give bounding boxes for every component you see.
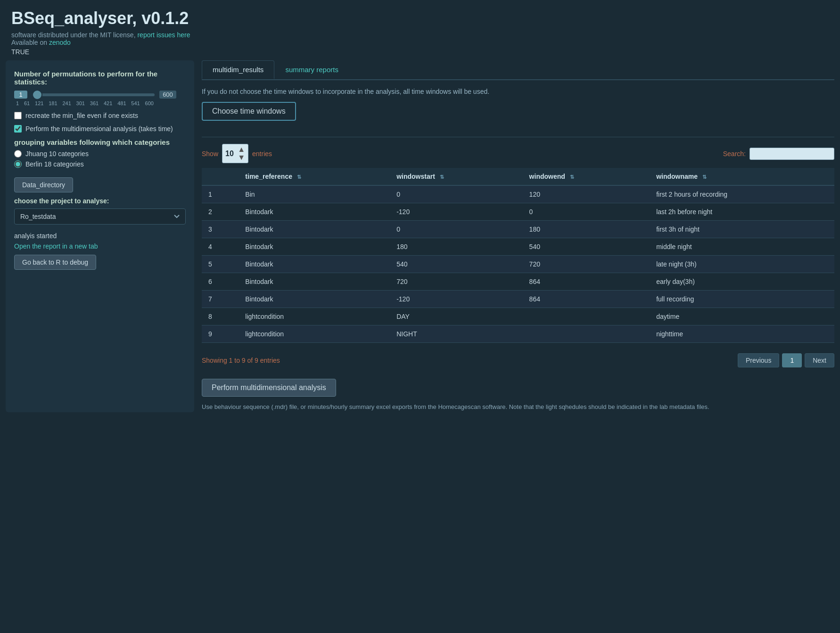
perform-analysis-button[interactable]: Perform multidimensional analysis	[202, 379, 336, 397]
sort-icon-windowend: ⇅	[570, 174, 574, 180]
cell-windowstart: 0	[390, 221, 522, 238]
previous-button[interactable]: Previous	[738, 353, 779, 367]
cell-windowstart: NIGHT	[390, 325, 522, 343]
cell-windowname: first 3h of night	[650, 221, 834, 238]
col-windowstart[interactable]: windowstart ⇅	[390, 168, 522, 185]
data-table: time_reference ⇅ windowstart ⇅ windowend…	[202, 168, 834, 343]
entries-value: 10	[225, 150, 234, 158]
radio-row-berlin: Berlin 18 categories	[14, 160, 186, 168]
entries-down-arrow[interactable]: ▼	[238, 154, 245, 161]
cell-time-reference: lightcondition	[239, 325, 390, 343]
tab-multidim-results[interactable]: multidim_results	[202, 60, 274, 79]
jhuang-label: Jhuang 10 categories	[25, 150, 89, 158]
table-row: 7 Bintodark -120 864 full recording	[202, 291, 834, 308]
recreate-checkbox[interactable]	[14, 112, 22, 119]
cell-rownum: 1	[202, 185, 239, 203]
status-true: TRUE	[11, 48, 829, 56]
choose-time-windows-button[interactable]: Choose time windows	[202, 102, 296, 121]
table-row: 1 Bin 0 120 first 2 hours of recording	[202, 185, 834, 203]
table-row: 2 Bintodark -120 0 last 2h before night	[202, 203, 834, 221]
cell-windowend: 120	[523, 185, 650, 203]
entries-spinner[interactable]: 10 ▲ ▼	[222, 144, 248, 163]
perform-multidim-label: Perform the multidimensional analysis (t…	[25, 125, 173, 133]
right-panel: multidim_results summary reports If you …	[202, 60, 834, 412]
main-layout: Number of permutations to perform for th…	[0, 60, 840, 412]
cell-windowstart: DAY	[390, 308, 522, 325]
open-report-link[interactable]: Open the report in a new tab	[14, 242, 186, 250]
divider	[202, 137, 834, 137]
cell-windowname: last 2h before night	[650, 203, 834, 221]
pagination-controls: Previous 1 Next	[738, 353, 834, 367]
cell-windowend	[523, 325, 650, 343]
perform-multidim-checkbox[interactable]	[14, 125, 22, 133]
debug-button[interactable]: Go back to R to debug	[14, 255, 96, 270]
next-button[interactable]: Next	[805, 353, 834, 367]
cell-windowend: 0	[523, 203, 650, 221]
subtitle-text: software distributed under the MIT licen…	[11, 31, 137, 39]
bottom-text: Use behaviour sequence (.mdr) file, or m…	[202, 402, 834, 412]
tab-summary-reports[interactable]: summary reports	[274, 60, 349, 79]
cell-windowend: 180	[523, 221, 650, 238]
left-panel: Number of permutations to perform for th…	[6, 60, 194, 412]
cell-windowend	[523, 308, 650, 325]
perform-multidim-checkbox-row: Perform the multidimensional analysis (t…	[14, 125, 186, 133]
radio-row-jhuang: Jhuang 10 categories	[14, 150, 186, 158]
cell-windowname: nighttime	[650, 325, 834, 343]
cell-time-reference: lightcondition	[239, 308, 390, 325]
cell-windowstart: 540	[390, 256, 522, 273]
cell-time-reference: Bintodark	[239, 203, 390, 221]
table-row: 6 Bintodark 720 864 early day(3h)	[202, 273, 834, 291]
entries-label: entries	[252, 150, 272, 158]
cell-windowend: 720	[523, 256, 650, 273]
cell-time-reference: Bintodark	[239, 221, 390, 238]
permutations-slider[interactable]	[32, 93, 155, 96]
show-label: Show	[202, 150, 218, 158]
col-time-reference[interactable]: time_reference ⇅	[239, 168, 390, 185]
info-text: If you do not choose the time windows to…	[202, 88, 834, 95]
report-issues-link[interactable]: report issues here	[137, 31, 190, 39]
cell-windowstart: -120	[390, 291, 522, 308]
col-windowname[interactable]: windowname ⇅	[650, 168, 834, 185]
berlin-label: Berlin 18 categories	[25, 160, 84, 168]
col-rownum	[202, 168, 239, 185]
app-header: BSeq_analyser, v0.1.2 software distribut…	[0, 0, 840, 60]
grouping-label: grouping variables following which categ…	[14, 138, 186, 146]
slider-row: 1 600	[14, 91, 186, 99]
table-header-row: time_reference ⇅ windowstart ⇅ windowend…	[202, 168, 834, 185]
table-row: 4 Bintodark 180 540 middle night	[202, 238, 834, 256]
sort-icon-windowname: ⇅	[702, 174, 707, 180]
entries-up-arrow[interactable]: ▲	[238, 146, 245, 153]
berlin-radio[interactable]	[14, 160, 22, 168]
cell-windowname: daytime	[650, 308, 834, 325]
slider-value-badge: 1	[14, 91, 27, 99]
cell-rownum: 9	[202, 325, 239, 343]
col-windowend[interactable]: windowend ⇅	[523, 168, 650, 185]
slider-container: 1 600 1 61 121 181 241 301 361 421 481 5…	[14, 91, 186, 106]
recreate-checkbox-row: recreate the min_file even if one exists	[14, 112, 186, 119]
permutations-label: Number of permutations to perform for th…	[14, 70, 186, 86]
table-row: 3 Bintodark 0 180 first 3h of night	[202, 221, 834, 238]
table-body: 1 Bin 0 120 first 2 hours of recording 2…	[202, 185, 834, 343]
cell-rownum: 3	[202, 221, 239, 238]
cell-rownum: 5	[202, 256, 239, 273]
page-1-button[interactable]: 1	[782, 353, 802, 367]
sort-icon-time-reference: ⇅	[297, 174, 301, 180]
jhuang-radio[interactable]	[14, 150, 22, 158]
app-subtitle: software distributed under the MIT licen…	[11, 31, 829, 46]
analysis-status: analyis started	[14, 232, 186, 240]
pagination-row: Showing 1 to 9 of 9 entries Previous 1 N…	[202, 350, 834, 370]
search-box: Search:	[723, 148, 834, 160]
search-input[interactable]	[749, 148, 834, 160]
data-directory-button[interactable]: Data_directory	[14, 177, 73, 192]
cell-windowname: late night (3h)	[650, 256, 834, 273]
slider-ticks: 1 61 121 181 241 301 361 421 481 541 600	[14, 100, 156, 106]
cell-time-reference: Bin	[239, 185, 390, 203]
cell-windowname: early day(3h)	[650, 273, 834, 291]
project-select[interactable]: Ro_testdata	[14, 208, 186, 225]
cell-windowname: first 2 hours of recording	[650, 185, 834, 203]
show-entries: Show 10 ▲ ▼ entries	[202, 144, 272, 163]
zenodo-prefix: Available on	[11, 39, 49, 46]
zenodo-link[interactable]: zenodo	[49, 39, 71, 46]
table-row: 5 Bintodark 540 720 late night (3h)	[202, 256, 834, 273]
sort-icon-windowstart: ⇅	[440, 174, 444, 180]
